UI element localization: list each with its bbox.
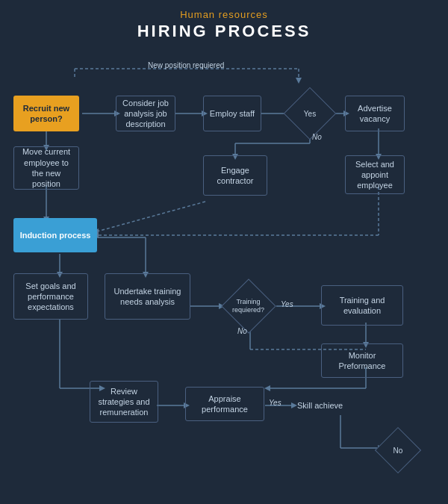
label-no2: No <box>237 327 247 335</box>
node-select-appoint: Select and appoint employee <box>345 155 405 194</box>
new-position-label: New position requiered <box>148 61 224 69</box>
node-advertise: Advertise vacancy <box>345 96 405 131</box>
node-skill-achieve: Skill achieve <box>291 394 351 417</box>
node-review: Review strategies and remuneration <box>90 381 158 423</box>
node-monitor: Monitor Preformance <box>321 343 403 378</box>
node-undertake-training: Undertake training needs analysis <box>105 273 190 320</box>
main-title: HIRING PROCESS <box>0 22 448 41</box>
node-training-eval: Training and evaluation <box>321 285 403 326</box>
node-employ-staff: Employ staff <box>203 96 261 131</box>
node-diamond-no-final: No <box>379 432 417 469</box>
node-set-goals: Set goals and performance expectations <box>13 273 88 320</box>
label-yes3: Yes <box>269 399 281 407</box>
subtitle: Human resources <box>0 9 448 20</box>
node-recruit: Recruit new person? <box>13 96 79 131</box>
svg-line-22 <box>97 202 205 231</box>
svg-marker-3 <box>296 78 302 84</box>
node-consider-job: Consider job analysis job description <box>116 96 175 131</box>
diagram-container: Human resources HIRING PROCESS <box>0 0 448 504</box>
title-section: Human resources HIRING PROCESS <box>0 0 448 41</box>
node-induction: Induction process <box>13 218 97 252</box>
svg-marker-42 <box>264 385 270 391</box>
node-engage-contractor: Engage contractor <box>203 155 267 196</box>
node-diamond-employ: Yes <box>291 95 329 132</box>
node-appraise: Appraise performance <box>185 387 264 421</box>
label-no1: No <box>312 133 322 141</box>
node-move-current: Move current employee to the new positio… <box>13 146 79 190</box>
label-yes2: Yes <box>281 300 293 308</box>
node-diamond-training: Trainingrequiered? <box>220 287 276 326</box>
